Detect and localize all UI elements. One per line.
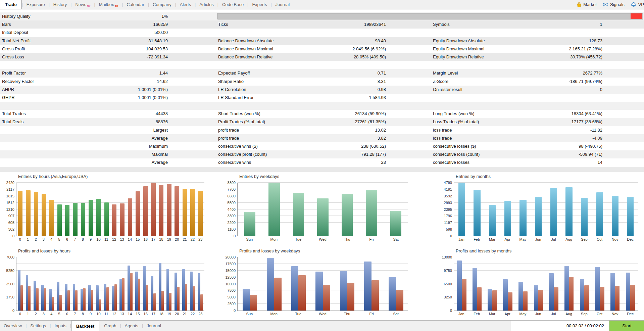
- toolbar-market[interactable]: Market: [577, 2, 597, 7]
- bar-slot: [16, 257, 24, 311]
- bar: [538, 290, 543, 311]
- y-tick-label: 1210: [6, 207, 14, 211]
- top-tab-history[interactable]: History: [50, 0, 70, 9]
- x-tick-label: 9: [87, 237, 94, 241]
- y-tick-label: 4400: [228, 207, 236, 211]
- stat-value: Maximal: [152, 150, 215, 158]
- stat-cell: [430, 94, 644, 102]
- stat-label: Recovery Factor: [0, 78, 157, 86]
- top-tab-company[interactable]: Company: [149, 0, 175, 9]
- x-tick-label: 10: [95, 237, 102, 241]
- bar: [18, 270, 20, 311]
- top-tab-exposure[interactable]: Exposure: [23, 0, 49, 9]
- y-tick-label: 13000: [442, 255, 452, 259]
- top-tab-mailbox[interactable]: Mailbox10: [95, 0, 122, 9]
- bar: [177, 287, 179, 311]
- tab-label: Inputs: [54, 323, 66, 328]
- top-tab-experts[interactable]: Experts: [248, 0, 270, 9]
- top-tab-alerts[interactable]: Alerts: [176, 0, 195, 9]
- bottom-tab-settings[interactable]: Settings: [27, 321, 50, 331]
- bar: [41, 285, 44, 311]
- x-tick-label: Sat: [384, 312, 408, 316]
- bottom-tab-backtest[interactable]: Backtest: [71, 321, 99, 331]
- y-axis: 20000175001500012500100007500500025000: [222, 257, 237, 311]
- bar: [595, 267, 600, 311]
- stat-label: [215, 29, 386, 37]
- bar: [626, 273, 631, 311]
- toolbar-vp[interactable]: VP: [631, 2, 644, 7]
- stats-row: Gross Loss-72 391.34Balance Drawdown Rel…: [0, 53, 644, 61]
- stat-value: 31 648.19: [148, 37, 215, 45]
- bar-slot: [454, 257, 469, 311]
- bar-slot: [469, 257, 485, 311]
- bar-slot: [95, 257, 102, 311]
- bottom-tab-overview[interactable]: Overview: [0, 321, 26, 331]
- bar-slot: [454, 183, 469, 236]
- stat-label: Z-Score: [430, 78, 569, 86]
- bar-slot: [515, 183, 531, 236]
- x-tick-label: Tue: [286, 312, 310, 316]
- bar-slot: [126, 183, 134, 236]
- top-tab-journal[interactable]: Journal: [272, 0, 294, 9]
- top-tab-code-base[interactable]: Code Base: [218, 0, 247, 9]
- x-tick-label: 2: [32, 312, 40, 316]
- stat-value: 1: [600, 20, 644, 29]
- x-tick-label: 4: [48, 312, 55, 316]
- stat-cell: Balance Drawdown Absolute98.40: [215, 37, 430, 45]
- x-tick-label: Nov: [607, 312, 623, 316]
- bottom-tab-agents[interactable]: Agents: [121, 321, 142, 331]
- toolbar-label: Signals: [610, 2, 625, 7]
- bar: [65, 205, 70, 236]
- bottom-tab-graph[interactable]: Graph: [100, 321, 120, 331]
- y-tick-label: 17500: [225, 262, 236, 266]
- bar-slot: [24, 257, 32, 311]
- toolbar-signals[interactable]: Signals: [603, 2, 625, 7]
- bar: [119, 279, 122, 311]
- x-tick-label: 2: [32, 237, 40, 241]
- test-duration-text: 00:02:02 / 00:02:02: [566, 323, 604, 328]
- stat-label: Initial Deposit: [0, 29, 154, 37]
- bar-slot: [40, 257, 48, 311]
- bar-slot: [623, 257, 638, 311]
- stat-value: 128.73: [589, 37, 644, 45]
- stats-row: [0, 61, 644, 69]
- stat-cell: Total Deals88876: [0, 118, 215, 126]
- top-tab-articles[interactable]: Articles: [196, 0, 217, 9]
- bar-slot: [592, 257, 607, 311]
- bar: [81, 289, 83, 311]
- y-tick-label: 2200: [228, 221, 236, 225]
- stat-cell: [215, 102, 430, 110]
- bar-slot: [79, 183, 87, 236]
- bar: [182, 269, 185, 311]
- x-tick-label: 17: [149, 237, 157, 241]
- bar: [128, 198, 133, 236]
- bar-slot: [384, 257, 408, 311]
- start-button[interactable]: Start: [609, 321, 644, 331]
- bar-slot: [40, 183, 48, 236]
- stat-label: GHPR: [0, 94, 138, 102]
- stat-label: LR Correlation: [215, 86, 378, 94]
- x-tick-label: 14: [126, 312, 134, 316]
- x-tick-label: Wed: [310, 312, 335, 316]
- y-axis: 880077006600550044003300220011000: [222, 183, 237, 236]
- y-tick-label: 7700: [228, 187, 236, 191]
- bar: [550, 188, 557, 236]
- chart-title: Entries by months: [456, 174, 638, 181]
- bar: [342, 194, 353, 236]
- x-tick-label: 11: [102, 237, 110, 241]
- top-tab-trade[interactable]: Trade: [0, 0, 22, 9]
- tab-label: History: [53, 2, 67, 7]
- top-tab-calendar[interactable]: Calendar: [123, 0, 148, 9]
- x-tick-label: 21: [181, 312, 189, 316]
- bar-slot: [469, 183, 485, 236]
- bottom-tab-inputs[interactable]: Inputs: [51, 321, 70, 331]
- bar: [565, 187, 572, 236]
- top-tab-news[interactable]: News92: [71, 0, 94, 9]
- bar: [81, 203, 86, 236]
- bottom-tab-journal[interactable]: Journal: [143, 321, 165, 331]
- x-tick-label: Oct: [592, 237, 607, 241]
- x-tick-label: Mar: [485, 312, 500, 316]
- bar-slot: [16, 183, 24, 236]
- bar: [75, 290, 78, 311]
- stat-label: Profit Trades (% of total): [215, 118, 355, 126]
